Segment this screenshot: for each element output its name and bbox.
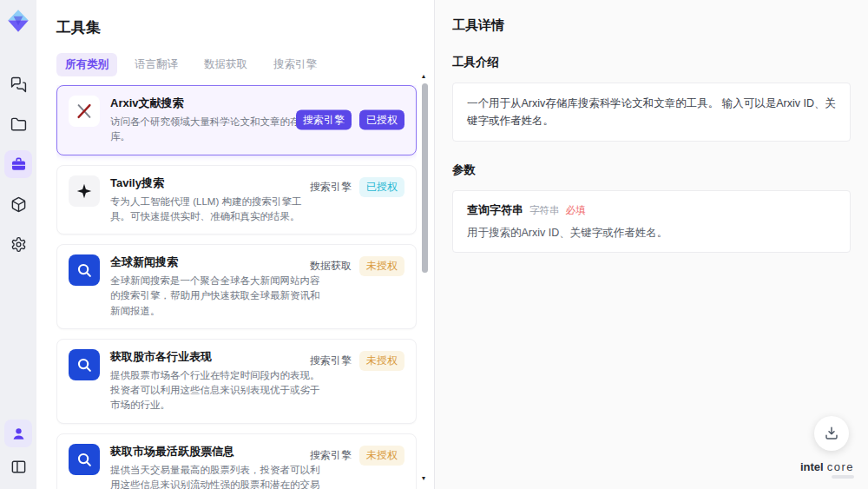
tab-0[interactable]: 所有类别 xyxy=(56,53,117,76)
sidebar-nav xyxy=(4,70,32,258)
tool-list-pane: 工具集 所有类别语言翻译数据获取搜索引擎 Arxiv文献搜索 访问各个研究领域大… xyxy=(36,0,434,489)
tool-category-badge: 搜索引擎 xyxy=(296,110,352,130)
intro-heading: 工具介绍 xyxy=(452,55,851,70)
details-title: 工具详情 xyxy=(452,17,851,34)
scrollbar-up-arrow[interactable]: ▴ xyxy=(422,73,425,80)
scrollbar-thumb[interactable] xyxy=(422,83,428,273)
tool-auth-badge: 未授权 xyxy=(359,446,404,466)
tool-name: 获取市场最活跃股票信息 xyxy=(110,444,321,459)
tool-card[interactable]: Tavily搜索 专为人工智能代理 (LLM) 构建的搜索引擎工具。可快速提供实… xyxy=(56,165,417,235)
tab-2[interactable]: 数据获取 xyxy=(195,53,256,76)
news-search-icon xyxy=(69,254,100,286)
page-title: 工具集 xyxy=(56,17,434,37)
param-type: 字符串 xyxy=(529,204,560,217)
news-search-icon xyxy=(69,349,100,380)
tool-card[interactable]: 全球新闻搜索 全球新闻搜索是一个聚合全球各大新闻网站内容的搜索引擎，帮助用户快速… xyxy=(56,244,417,329)
sidebar-item-files[interactable] xyxy=(4,110,32,138)
tool-auth-badge: 已授权 xyxy=(359,177,404,197)
cube-icon xyxy=(10,196,27,213)
list-scrollbar[interactable]: ▴ ▾ xyxy=(421,73,429,482)
tool-name: 获取股市各行业表现 xyxy=(110,349,321,365)
tool-name: 全球新闻搜索 xyxy=(110,254,321,270)
tool-category-badge: 数据获取 xyxy=(310,259,352,274)
sidebar-item-account[interactable] xyxy=(4,420,32,447)
tool-description: 提供股票市场各个行业在特定时间段内的表现。投资者可以利用这些信息来识别表现优于或… xyxy=(110,368,321,413)
tool-description: 提供当天交易量最高的股票列表，投资者可以利用这些信息来识别流动性强的股票和潜在的… xyxy=(110,463,321,489)
intro-text: 一个用于从Arxiv存储库搜索科学论文和文章的工具。 输入可以是Arxiv ID… xyxy=(467,95,836,129)
tab-3[interactable]: 搜索引擎 xyxy=(265,53,326,76)
tool-card[interactable]: 获取市场最活跃股票信息 提供当天交易量最高的股票列表，投资者可以利用这些信息来识… xyxy=(56,433,417,489)
category-tabs: 所有类别语言翻译数据获取搜索引擎 xyxy=(56,53,434,76)
tool-category-badge: 搜索引擎 xyxy=(310,448,352,463)
sparkle-icon xyxy=(69,175,100,207)
gear-icon xyxy=(10,236,27,253)
tool-auth-badge: 未授权 xyxy=(359,256,404,276)
scrollbar-down-arrow[interactable]: ▾ xyxy=(422,475,425,482)
tool-name: Arxiv文献搜索 xyxy=(110,96,321,111)
tool-list: Arxiv文献搜索 访问各个研究领域大量科学论文和文章的存储库。 搜索引擎 已授… xyxy=(56,85,417,489)
tool-description: 专为人工智能代理 (LLM) 构建的搜索引擎工具。可快速提供实时、准确和真实的结… xyxy=(110,195,321,225)
folder-icon xyxy=(10,116,27,133)
param-name: 查询字符串 xyxy=(467,202,523,218)
intel-core-logo: intelcore xyxy=(800,460,854,479)
sidebar-bottom xyxy=(4,420,32,489)
sidebar-item-models[interactable] xyxy=(4,190,32,218)
tool-name: Tavily搜索 xyxy=(110,175,321,191)
tool-description: 全球新闻搜索是一个聚合全球各大新闻网站内容的搜索引擎，帮助用户快速获取全球最新资… xyxy=(110,274,321,319)
sidebar-item-chat[interactable] xyxy=(4,70,32,98)
brand-underline xyxy=(832,475,854,479)
tool-card[interactable]: 获取股市各行业表现 提供股票市场各个行业在特定时间段内的表现。投资者可以利用这些… xyxy=(56,339,417,424)
tool-details-panel: 工具详情 工具介绍 一个用于从Arxiv存储库搜索科学论文和文章的工具。 输入可… xyxy=(434,0,868,489)
app-window: 工具集 所有类别语言翻译数据获取搜索引擎 Arxiv文献搜索 访问各个研究领域大… xyxy=(0,0,868,489)
tool-category-badge: 搜索引擎 xyxy=(310,180,352,195)
param-required-badge: 必填 xyxy=(566,204,586,217)
param-card: 查询字符串 字符串 必填 用于搜索的Arxiv ID、关键字或作者姓名。 xyxy=(452,190,851,253)
sidebar-item-collapse[interactable] xyxy=(4,453,32,480)
intro-card: 一个用于从Arxiv存储库搜索科学论文和文章的工具。 输入可以是Arxiv ID… xyxy=(452,83,851,142)
chat-icon xyxy=(10,76,27,93)
app-logo xyxy=(5,8,31,34)
gem-logo-icon xyxy=(5,8,31,34)
news-search-icon xyxy=(69,444,100,475)
tool-card[interactable]: Arxiv文献搜索 访问各个研究领域大量科学论文和文章的存储库。 搜索引擎 已授… xyxy=(56,85,417,155)
sidebar-item-tools[interactable] xyxy=(4,150,32,178)
sidebar-item-settings[interactable] xyxy=(4,230,32,258)
intel-wordmark: intel xyxy=(800,460,824,473)
tool-auth-badge: 未授权 xyxy=(359,351,404,371)
user-icon xyxy=(10,426,27,442)
sidebar xyxy=(0,0,36,489)
panel-left-icon xyxy=(10,459,27,475)
param-header: 查询字符串 字符串 必填 xyxy=(467,202,836,218)
arxiv-icon xyxy=(69,96,100,127)
toolbox-icon xyxy=(10,156,27,173)
tool-auth-badge: 已授权 xyxy=(359,110,404,130)
param-description: 用于搜索的Arxiv ID、关键字或作者姓名。 xyxy=(467,226,836,241)
download-button[interactable] xyxy=(814,416,849,451)
download-icon xyxy=(824,426,839,441)
params-heading: 参数 xyxy=(452,162,851,178)
tool-category-badge: 搜索引擎 xyxy=(310,354,352,368)
tool-description: 访问各个研究领域大量科学论文和文章的存储库。 xyxy=(110,115,321,145)
tab-1[interactable]: 语言翻译 xyxy=(126,53,187,76)
core-wordmark: core xyxy=(827,460,854,473)
